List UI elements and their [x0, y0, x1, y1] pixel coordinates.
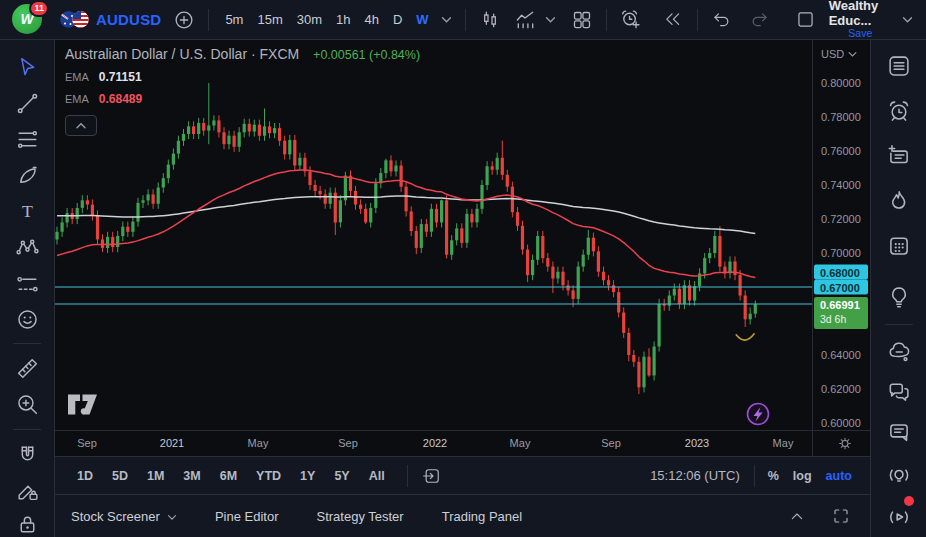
layout-menu-chevron-icon[interactable] [898, 5, 916, 35]
flash-badge-icon[interactable] [748, 404, 769, 425]
toolbar-divider [13, 429, 41, 430]
interval-15m[interactable]: 15m [252, 12, 287, 27]
create-alert-button[interactable] [616, 5, 646, 35]
minds-tool[interactable] [880, 334, 918, 370]
time-tick: May [248, 437, 269, 449]
chat-icon [886, 419, 912, 445]
interval-menu-chevron-icon[interactable] [438, 5, 456, 35]
magnet-tool[interactable] [8, 437, 46, 473]
alerts-tool[interactable] [880, 93, 918, 129]
lock-all-tool[interactable] [8, 506, 46, 537]
chart-settings-gear-icon[interactable] [837, 435, 854, 454]
range-All[interactable]: All [363, 466, 391, 486]
notes-tool[interactable] [880, 138, 918, 174]
range-1D[interactable]: 1D [71, 466, 99, 486]
symbol-button[interactable]: AUDUSD [96, 11, 161, 28]
indicator-name: EMA [65, 93, 89, 105]
notes-icon [886, 143, 912, 169]
save-layout-button[interactable] [791, 5, 821, 35]
chart-style-button[interactable] [475, 5, 505, 35]
chart-legend: Australian Dollar / U.S. Dollar · FXCM +… [65, 46, 420, 136]
range-1Y[interactable]: 1Y [294, 466, 321, 486]
interval-4h[interactable]: 4h [360, 12, 384, 27]
clock[interactable]: 15:12:06 (UTC) [650, 468, 740, 483]
trend-line-tool[interactable] [8, 85, 46, 121]
swing-low-check-marker[interactable] [736, 334, 754, 340]
interval-W[interactable]: W [411, 12, 433, 27]
drawing-mode-tool[interactable] [8, 472, 46, 508]
projection-tool[interactable] [8, 266, 46, 302]
panel-tab-trading-panel[interactable]: Trading Panel [442, 509, 522, 524]
symbol-separator: · [251, 46, 256, 62]
indicators-menu-chevron-icon[interactable] [543, 5, 559, 35]
symbol-legend-row[interactable]: Australian Dollar / U.S. Dollar · FXCM +… [65, 46, 420, 62]
interval-D[interactable]: D [388, 12, 407, 27]
range-3M[interactable]: 3M [177, 466, 206, 486]
brush-tool[interactable] [8, 157, 46, 193]
range-1M[interactable]: 1M [141, 466, 170, 486]
indicator-value: 0.68489 [99, 92, 142, 106]
interval-5m[interactable]: 5m [220, 12, 248, 27]
panel-tab-strategy-tester[interactable]: Strategy Tester [316, 509, 403, 524]
cursor-tool[interactable] [8, 49, 46, 85]
log-scale-toggle[interactable]: log [793, 469, 812, 483]
magnet-icon [15, 443, 40, 468]
projection-icon [15, 272, 40, 297]
interval-30m[interactable]: 30m [292, 12, 327, 27]
panel-tab-pine-editor[interactable]: Pine Editor [215, 509, 279, 524]
chat-tool[interactable] [880, 414, 918, 450]
calendar-tool[interactable] [880, 228, 918, 264]
go-to-date-button[interactable] [417, 461, 447, 491]
range-5D[interactable]: 5D [106, 466, 134, 486]
watchlist-icon [886, 53, 912, 79]
redo-button[interactable] [745, 5, 775, 35]
price-tick: 0.74000 [821, 179, 861, 191]
fullscreen-button[interactable] [826, 501, 856, 531]
text-tool[interactable]: T [8, 193, 46, 229]
currency-selector[interactable]: USD [821, 48, 857, 60]
price-tick: 0.62000 [821, 383, 861, 395]
public-chats-tool[interactable] [880, 374, 918, 410]
live-streams-tool[interactable] [880, 457, 918, 493]
live-notification-dot [904, 496, 914, 506]
layout-grid-button[interactable] [567, 5, 597, 35]
bar-replay-button[interactable] [658, 5, 688, 35]
ruler-tool[interactable] [8, 350, 46, 386]
range-YTD[interactable]: YTD [250, 466, 287, 486]
layout-name-button[interactable]: Wealthy Educ... Save [829, 0, 892, 40]
auto-scale-toggle[interactable]: auto [826, 469, 852, 483]
xabcd-pattern-icon [15, 235, 40, 260]
panel-tab-stock-screener[interactable]: Stock Screener [71, 509, 177, 524]
undo-button[interactable] [707, 5, 737, 35]
toolbar-separator [697, 9, 698, 31]
xabcd-pattern-tool[interactable] [8, 229, 46, 265]
symbol-flags [60, 11, 89, 28]
indicator-legend-row[interactable]: EMA0.68489 [65, 92, 420, 106]
emoji-tool[interactable] [8, 301, 46, 337]
watchlist-tool[interactable] [880, 48, 918, 84]
percent-scale-toggle[interactable]: % [768, 469, 779, 483]
zoom-in-tool[interactable] [8, 386, 46, 422]
hotlists-tool[interactable] [880, 183, 918, 219]
toolbar-right-cluster: Wealthy Educ... Save [707, 0, 916, 40]
indicator-legend-row[interactable]: EMA0.71151 [65, 70, 420, 84]
ideas-tool[interactable] [880, 279, 918, 315]
range-6M[interactable]: 6M [214, 466, 243, 486]
interval-1h[interactable]: 1h [331, 12, 355, 27]
legend-collapse-button[interactable] [65, 115, 97, 136]
chart-pane[interactable]: Australian Dollar / U.S. Dollar · FXCM +… [55, 40, 812, 430]
range-5Y[interactable]: 5Y [328, 466, 355, 486]
price-axis[interactable]: USD 0.800000.780000.760000.740000.720000… [812, 40, 870, 430]
broadcast-tool[interactable] [880, 499, 918, 535]
time-tick: May [773, 437, 794, 449]
symbol-title: Australian Dollar / U.S. Dollar [65, 46, 247, 62]
save-link[interactable]: Save [848, 28, 872, 40]
user-menu-button[interactable]: W 11 [12, 4, 44, 36]
ruler-icon [15, 356, 40, 381]
compare-add-symbol-button[interactable] [169, 5, 199, 35]
fib-retracement-tool[interactable] [8, 121, 46, 157]
time-axis[interactable]: Sep2021MaySep2022MaySep2023May [55, 430, 870, 456]
panel-tab-label: Trading Panel [442, 509, 522, 524]
panel-expand-chevron-button[interactable] [782, 501, 812, 531]
indicators-button[interactable] [511, 5, 541, 35]
